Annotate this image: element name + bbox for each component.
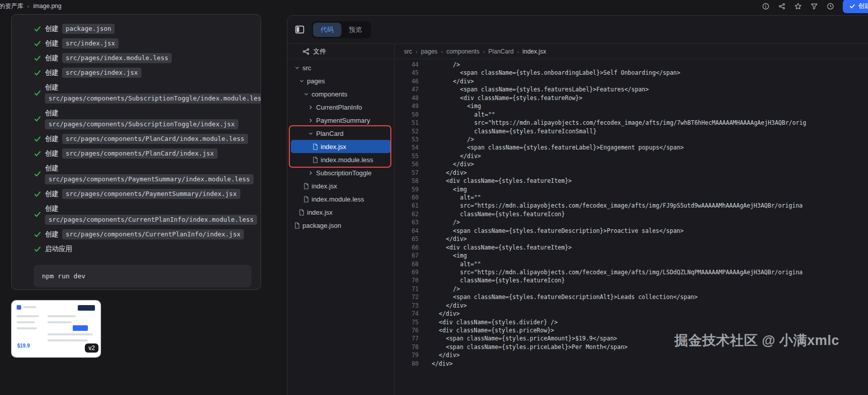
file-path-chip[interactable]: package.json [62,24,115,34]
file-path-chip[interactable]: src/pages/index.jsx [62,68,141,78]
check-icon [34,115,42,123]
task-text: 创建src/pages/components/PaymentSummary/in… [45,163,253,185]
code-text: <span className={styles.featuresLabel}>F… [427,85,649,93]
editor-breadcrumb-item[interactable]: src [404,48,412,55]
code-text: </div> [427,235,467,243]
chevron-down-icon [303,91,310,97]
sidebar-toggle-icon[interactable] [295,25,305,35]
tree-file-index-module-less[interactable]: index.module.less [291,153,391,166]
task-action-label: 创建 [45,69,59,76]
tree-folder-plancard[interactable]: PlanCard [291,127,391,140]
task-list: 创建package.json创建src/index.jsx创建src/pages… [34,23,251,255]
version-badge[interactable]: v2 [85,343,98,353]
line-number: 72 [395,293,427,301]
thumbnail-decor [17,321,35,323]
code-text: <span className={styles.featureLabel}>En… [427,143,684,152]
line-number: 77 [395,334,427,342]
editor-breadcrumb-item[interactable]: PlanCard [488,48,514,55]
task-panel: 创建package.json创建src/index.jsx创建src/pages… [11,14,261,290]
history-icon[interactable] [827,3,834,10]
code-line: 77<span className={styles.priceAmount}>$… [395,334,868,342]
code-line: 66<div className={styles.featureItem}> [395,243,868,252]
thumbnail-decor [17,327,37,329]
file-icon [303,183,310,189]
create-button[interactable]: 创建 [843,0,868,13]
code-line: 47<span className={styles.featuresLabel}… [395,85,868,93]
tab-code[interactable]: 代码 [313,23,341,37]
task-action-label: 创建 [45,25,59,32]
file-path-chip[interactable]: src/pages/components/CurrentPlanInfo/ind… [45,215,257,225]
file-path-chip[interactable]: src/pages/components/PaymentSummary/inde… [45,174,253,184]
editor-breadcrumb-item[interactable]: pages [421,48,438,55]
task-item: 创建src/pages/components/PaymentSummary/in… [34,163,251,185]
code-line: 52className={styles.featureIconSmall} [395,127,868,135]
tree-folder-paymentsummary[interactable]: PaymentSummary [291,114,391,127]
tree-file-package-json[interactable]: package.json [291,219,391,232]
file-path-chip[interactable]: src/pages/index.module.less [62,53,172,63]
code-text: src="https://mdn.alipayobjects.com/fecod… [427,119,806,127]
code-text: alt="" [427,193,481,202]
line-number: 55 [395,152,427,160]
task-item: 创建src/pages/components/CurrentPlanInfo/i… [34,203,251,225]
code-line: 58<div className={styles.featureItem}> [395,177,868,185]
task-item: 启动应用 [34,243,251,255]
file-path-chip[interactable]: src/pages/components/SubscriptionToggle/… [45,93,261,104]
code-line: 65</div> [395,235,868,243]
filter-icon[interactable] [810,3,818,10]
file-path-chip[interactable]: src/index.jsx [62,38,119,48]
share-icon[interactable] [778,3,786,10]
files-panel-icon [302,48,310,55]
file-path-chip[interactable]: src/pages/components/PaymentSummary/inde… [62,189,240,199]
tree-folder-subscriptiontoggle[interactable]: SubscriptionToggle [291,166,391,179]
preview-thumbnail[interactable]: $19.9 v2 [11,300,101,358]
task-item: 创建src/pages/components/PaymentSummary/in… [34,188,251,200]
code-text: </div> [427,360,453,368]
tab-preview[interactable]: 预览 [341,23,370,37]
code-line: 49<img [395,102,868,110]
file-path-chip[interactable]: src/pages/components/SubscriptionToggle/… [45,119,238,129]
chevron-right-icon: › [416,48,418,55]
file-path-chip[interactable]: src/pages/components/CurrentPlanInfo/ind… [62,229,244,239]
code-line: 46</div> [395,77,868,85]
editor-breadcrumb: src›pages›components›PlanCard›index.jsx [395,44,868,59]
tree-file-index-module-less[interactable]: index.module.less [291,192,391,206]
line-number: 50 [395,111,427,119]
tree-folder-src[interactable]: src [291,61,391,74]
task-item: 创建src/pages/components/PlanCard/index.mo… [34,133,251,144]
tree-folder-components[interactable]: components [291,87,391,101]
tree-label: package.json [302,222,341,229]
code-line: 50alt="" [395,111,868,119]
code-line: 74</div> [395,310,868,318]
tree-folder-currentplaninfo[interactable]: CurrentPlanInfo [291,101,391,114]
code-text: <span className={styles.priceAmount}>$19… [427,334,617,342]
code-text: </div> [427,152,481,160]
star-icon[interactable] [794,3,802,10]
tree-folder-pages[interactable]: pages [291,74,391,87]
code-line: 51src="https://mdn.alipayobjects.com/fec… [395,119,868,127]
code-line: 72<span className={styles.featureDescrip… [395,293,868,301]
code-line: 61src="https://mdn.alipayobjects.com/fec… [395,202,868,210]
check-icon [34,190,42,198]
tree-file-index-jsx[interactable]: index.jsx [291,140,391,153]
line-number: 67 [395,252,427,260]
code-line: 59<img [395,185,868,193]
check-icon [34,54,42,62]
tree-file-index-jsx[interactable]: index.jsx [291,179,391,192]
check-icon [34,230,42,238]
file-path-chip[interactable]: src/pages/components/PlanCard/index.jsx [62,149,218,159]
editor-breadcrumb-item[interactable]: components [446,48,479,55]
code-text: className={styles.featureIcon} [427,276,565,284]
terminal-block: npm run dev [34,265,251,287]
check-icon [34,170,42,178]
task-item: 创建src/index.jsx [34,38,251,49]
info-icon[interactable] [762,3,770,10]
task-text: 创建package.json [45,23,251,34]
breadcrumb-item[interactable]: image.png [33,3,62,10]
editor-breadcrumb-item[interactable]: index.jsx [523,48,546,55]
check-icon [34,39,42,47]
breadcrumb-item[interactable]: 小满的资产库 [0,2,23,11]
tree-file-index-jsx[interactable]: index.jsx [291,206,391,219]
code-editor[interactable]: 44/>45<span className={styles.onboarding… [395,59,868,395]
file-path-chip[interactable]: src/pages/components/PlanCard/index.modu… [62,134,248,144]
check-icon [34,245,42,253]
